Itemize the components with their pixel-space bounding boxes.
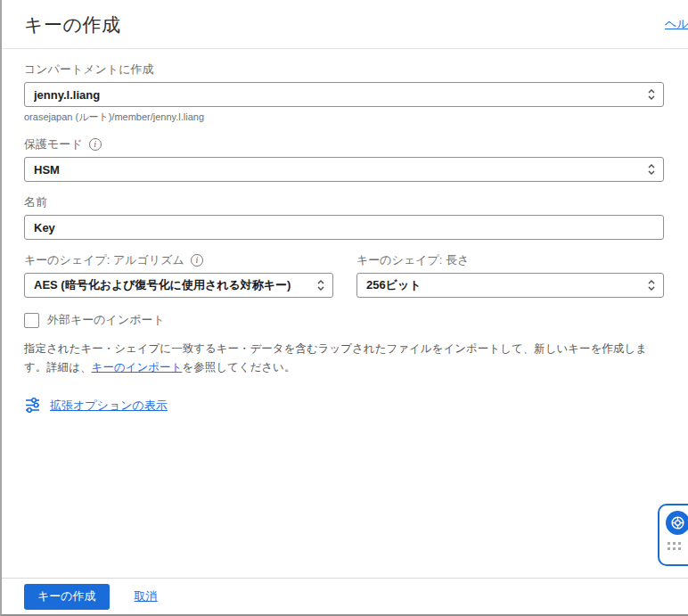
key-shape-algorithm-select-value: AES (暗号化および復号化に使用される対称キー) <box>34 277 291 293</box>
import-external-key-label: 外部キーのインポート <box>47 312 165 328</box>
chevron-up-down-icon <box>316 279 325 292</box>
key-shape-length-field-group: キーのシェイプ: 長さ 256ビット <box>356 252 664 298</box>
help-link[interactable]: ヘルプ <box>665 16 688 32</box>
advanced-options-row: 拡張オプションの表示 <box>24 397 664 414</box>
info-icon[interactable]: i <box>191 254 203 267</box>
name-field-group: 名前 <box>24 194 664 240</box>
cancel-link[interactable]: 取消 <box>135 588 158 604</box>
create-key-button[interactable]: キーの作成 <box>24 584 110 610</box>
name-input[interactable] <box>24 215 664 240</box>
import-description: 指定されたキー・シェイプに一致するキー・データを含むラップされたファイルをインポ… <box>24 340 664 376</box>
protection-mode-label: 保護モード i <box>24 136 664 152</box>
key-shape-algorithm-label: キーのシェイプ: アルゴリズム i <box>24 252 333 268</box>
protection-mode-select-value: HSM <box>34 163 60 177</box>
compartment-label: コンパートメントに作成 <box>24 62 664 78</box>
page-title: キーの作成 <box>24 12 666 37</box>
key-shape-length-select[interactable]: 256ビット <box>356 273 664 298</box>
chevron-up-down-icon <box>647 279 656 292</box>
dialog-footer: キーの作成 取消 <box>2 578 688 614</box>
name-label: 名前 <box>24 194 664 210</box>
protection-mode-field-group: 保護モード i HSM <box>24 136 664 182</box>
key-shape-length-select-value: 256ビット <box>366 277 422 293</box>
chevron-up-down-icon <box>647 88 656 101</box>
chevron-up-down-icon <box>647 163 656 176</box>
key-import-link[interactable]: キーのインポート <box>92 361 183 374</box>
dialog-header: キーの作成 ヘルプ <box>2 0 688 37</box>
key-shape-algorithm-field-group: キーのシェイプ: アルゴリズム i AES (暗号化および復号化に使用される対称… <box>24 252 333 298</box>
key-shape-row: キーのシェイプ: アルゴリズム i AES (暗号化および復号化に使用される対称… <box>24 252 664 298</box>
import-external-key-row: 外部キーのインポート <box>24 312 664 328</box>
create-key-dialog: キーの作成 ヘルプ コンパートメントに作成 jenny.l.liang oras… <box>0 0 688 616</box>
sliders-icon <box>24 397 41 414</box>
form-content: コンパートメントに作成 jenny.l.liang orasejapan (ルー… <box>2 49 688 414</box>
compartment-path-helper: orasejapan (ルート)/member/jenny.l.liang <box>24 111 664 124</box>
info-icon[interactable]: i <box>89 138 102 151</box>
compartment-select[interactable]: jenny.l.liang <box>24 82 664 107</box>
key-shape-algorithm-select[interactable]: AES (暗号化および復号化に使用される対称キー) <box>24 273 333 298</box>
import-external-key-checkbox[interactable] <box>24 313 39 328</box>
drag-handle-icon[interactable] <box>668 542 688 550</box>
assistant-widget[interactable] <box>658 504 688 566</box>
protection-mode-select[interactable]: HSM <box>24 157 664 182</box>
globe-life-ring-icon[interactable] <box>666 511 688 535</box>
import-description-text: を参照してください。 <box>182 361 295 374</box>
compartment-select-value: jenny.l.liang <box>34 88 100 102</box>
show-advanced-options-link[interactable]: 拡張オプションの表示 <box>50 398 168 414</box>
compartment-field-group: コンパートメントに作成 jenny.l.liang orasejapan (ルー… <box>24 62 664 124</box>
key-shape-length-label: キーのシェイプ: 長さ <box>356 252 664 268</box>
